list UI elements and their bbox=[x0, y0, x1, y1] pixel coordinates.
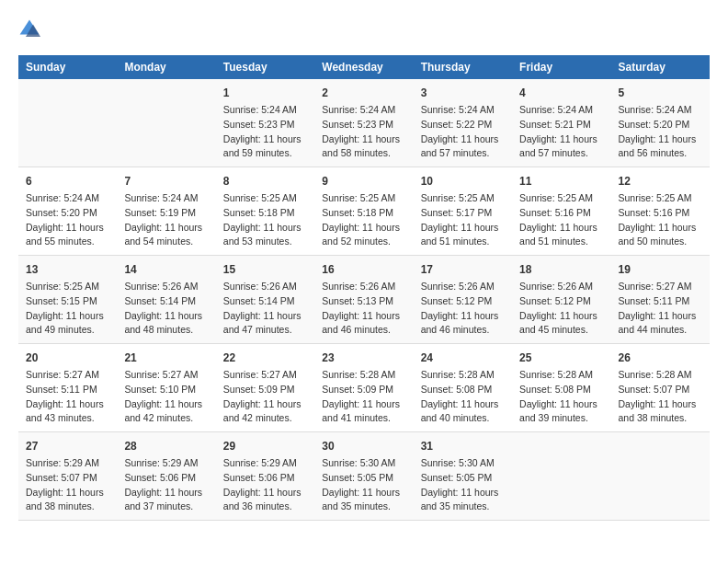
calendar-cell: 1Sunrise: 5:24 AMSunset: 5:23 PMDaylight… bbox=[216, 79, 314, 167]
calendar-table: SundayMondayTuesdayWednesdayThursdayFrid… bbox=[18, 55, 710, 521]
day-number: 30 bbox=[322, 438, 405, 454]
day-number: 9 bbox=[322, 173, 405, 190]
day-info: Sunrise: 5:24 AMSunset: 5:23 PMDaylight:… bbox=[223, 103, 307, 161]
day-number: 31 bbox=[421, 438, 505, 454]
calendar-cell: 7Sunrise: 5:24 AMSunset: 5:19 PMDaylight… bbox=[117, 167, 215, 256]
column-header-monday: Monday bbox=[117, 55, 215, 79]
day-info: Sunrise: 5:24 AMSunset: 5:23 PMDaylight:… bbox=[322, 103, 405, 161]
day-number: 20 bbox=[26, 350, 109, 366]
day-info: Sunrise: 5:25 AMSunset: 5:16 PMDaylight:… bbox=[619, 191, 702, 249]
calendar-cell: 17Sunrise: 5:26 AMSunset: 5:12 PMDayligh… bbox=[414, 256, 512, 344]
day-info: Sunrise: 5:25 AMSunset: 5:18 PMDaylight:… bbox=[322, 191, 405, 249]
logo-icon bbox=[18, 18, 40, 40]
day-number: 3 bbox=[421, 85, 505, 101]
day-number: 24 bbox=[421, 350, 505, 366]
column-header-saturday: Saturday bbox=[611, 55, 710, 79]
day-info: Sunrise: 5:26 AMSunset: 5:14 PMDaylight:… bbox=[124, 280, 208, 338]
day-number: 2 bbox=[322, 85, 405, 101]
day-number: 18 bbox=[519, 261, 603, 278]
day-number: 17 bbox=[421, 261, 505, 278]
day-info: Sunrise: 5:28 AMSunset: 5:07 PMDaylight:… bbox=[619, 368, 702, 426]
day-number: 10 bbox=[421, 173, 505, 190]
day-info: Sunrise: 5:24 AMSunset: 5:20 PMDaylight:… bbox=[619, 103, 702, 161]
calendar-cell: 31Sunrise: 5:30 AMSunset: 5:05 PMDayligh… bbox=[414, 432, 512, 521]
calendar-cell: 10Sunrise: 5:25 AMSunset: 5:17 PMDayligh… bbox=[414, 167, 512, 256]
day-number: 15 bbox=[223, 261, 307, 278]
day-info: Sunrise: 5:29 AMSunset: 5:07 PMDaylight:… bbox=[26, 456, 109, 514]
day-number: 23 bbox=[322, 350, 405, 366]
calendar-cell: 19Sunrise: 5:27 AMSunset: 5:11 PMDayligh… bbox=[611, 256, 710, 344]
day-info: Sunrise: 5:24 AMSunset: 5:19 PMDaylight:… bbox=[124, 191, 208, 249]
day-number: 8 bbox=[223, 173, 307, 190]
calendar-cell: 20Sunrise: 5:27 AMSunset: 5:11 PMDayligh… bbox=[18, 344, 117, 432]
day-number: 21 bbox=[124, 350, 208, 366]
calendar-cell: 9Sunrise: 5:25 AMSunset: 5:18 PMDaylight… bbox=[314, 167, 413, 256]
calendar-cell: 22Sunrise: 5:27 AMSunset: 5:09 PMDayligh… bbox=[216, 344, 314, 432]
day-info: Sunrise: 5:27 AMSunset: 5:11 PMDaylight:… bbox=[619, 280, 702, 338]
calendar-cell: 14Sunrise: 5:26 AMSunset: 5:14 PMDayligh… bbox=[117, 256, 215, 344]
day-number: 7 bbox=[124, 173, 208, 190]
day-number: 28 bbox=[124, 438, 208, 454]
calendar-cell: 18Sunrise: 5:26 AMSunset: 5:12 PMDayligh… bbox=[512, 256, 610, 344]
day-number: 25 bbox=[519, 350, 603, 366]
calendar-cell: 27Sunrise: 5:29 AMSunset: 5:07 PMDayligh… bbox=[18, 432, 117, 521]
calendar-cell: 23Sunrise: 5:28 AMSunset: 5:09 PMDayligh… bbox=[314, 344, 413, 432]
calendar-cell: 12Sunrise: 5:25 AMSunset: 5:16 PMDayligh… bbox=[611, 167, 710, 256]
day-info: Sunrise: 5:25 AMSunset: 5:18 PMDaylight:… bbox=[223, 191, 307, 249]
day-info: Sunrise: 5:26 AMSunset: 5:12 PMDaylight:… bbox=[421, 280, 505, 338]
column-header-tuesday: Tuesday bbox=[216, 55, 314, 79]
column-header-thursday: Thursday bbox=[414, 55, 512, 79]
column-header-wednesday: Wednesday bbox=[314, 55, 413, 79]
calendar-cell bbox=[512, 432, 610, 521]
calendar-cell: 21Sunrise: 5:27 AMSunset: 5:10 PMDayligh… bbox=[117, 344, 215, 432]
week-row-1: 1Sunrise: 5:24 AMSunset: 5:23 PMDaylight… bbox=[18, 79, 710, 167]
day-number: 26 bbox=[619, 350, 702, 366]
calendar-cell: 15Sunrise: 5:26 AMSunset: 5:14 PMDayligh… bbox=[216, 256, 314, 344]
day-number: 27 bbox=[26, 438, 109, 454]
day-number: 19 bbox=[619, 261, 702, 278]
day-number: 29 bbox=[223, 438, 307, 454]
day-info: Sunrise: 5:24 AMSunset: 5:21 PMDaylight:… bbox=[519, 103, 603, 161]
day-info: Sunrise: 5:27 AMSunset: 5:10 PMDaylight:… bbox=[124, 368, 208, 426]
calendar-cell: 8Sunrise: 5:25 AMSunset: 5:18 PMDaylight… bbox=[216, 167, 314, 256]
calendar-cell: 13Sunrise: 5:25 AMSunset: 5:15 PMDayligh… bbox=[18, 256, 117, 344]
logo bbox=[18, 18, 42, 40]
calendar-cell: 30Sunrise: 5:30 AMSunset: 5:05 PMDayligh… bbox=[314, 432, 413, 521]
day-info: Sunrise: 5:24 AMSunset: 5:20 PMDaylight:… bbox=[26, 191, 109, 249]
day-info: Sunrise: 5:24 AMSunset: 5:22 PMDaylight:… bbox=[421, 103, 505, 161]
day-number: 22 bbox=[223, 350, 307, 366]
day-info: Sunrise: 5:28 AMSunset: 5:09 PMDaylight:… bbox=[322, 368, 405, 426]
calendar-cell: 28Sunrise: 5:29 AMSunset: 5:06 PMDayligh… bbox=[117, 432, 215, 521]
day-info: Sunrise: 5:29 AMSunset: 5:06 PMDaylight:… bbox=[124, 456, 208, 514]
day-number: 14 bbox=[124, 261, 208, 278]
header-row: SundayMondayTuesdayWednesdayThursdayFrid… bbox=[18, 55, 710, 79]
day-info: Sunrise: 5:30 AMSunset: 5:05 PMDaylight:… bbox=[322, 456, 405, 514]
day-info: Sunrise: 5:25 AMSunset: 5:16 PMDaylight:… bbox=[519, 191, 603, 249]
day-info: Sunrise: 5:25 AMSunset: 5:15 PMDaylight:… bbox=[26, 280, 109, 338]
day-info: Sunrise: 5:29 AMSunset: 5:06 PMDaylight:… bbox=[223, 456, 307, 514]
day-number: 1 bbox=[223, 85, 307, 101]
day-info: Sunrise: 5:30 AMSunset: 5:05 PMDaylight:… bbox=[421, 456, 505, 514]
week-row-3: 13Sunrise: 5:25 AMSunset: 5:15 PMDayligh… bbox=[18, 256, 710, 344]
day-info: Sunrise: 5:27 AMSunset: 5:11 PMDaylight:… bbox=[26, 368, 109, 426]
calendar-cell: 2Sunrise: 5:24 AMSunset: 5:23 PMDaylight… bbox=[314, 79, 413, 167]
calendar-cell bbox=[18, 79, 117, 167]
day-number: 13 bbox=[26, 261, 109, 278]
day-number: 12 bbox=[619, 173, 702, 190]
day-info: Sunrise: 5:26 AMSunset: 5:13 PMDaylight:… bbox=[322, 280, 405, 338]
page-header bbox=[18, 18, 710, 40]
calendar-cell: 4Sunrise: 5:24 AMSunset: 5:21 PMDaylight… bbox=[512, 79, 610, 167]
calendar-cell: 25Sunrise: 5:28 AMSunset: 5:08 PMDayligh… bbox=[512, 344, 610, 432]
week-row-2: 6Sunrise: 5:24 AMSunset: 5:20 PMDaylight… bbox=[18, 167, 710, 256]
week-row-4: 20Sunrise: 5:27 AMSunset: 5:11 PMDayligh… bbox=[18, 344, 710, 432]
day-number: 6 bbox=[26, 173, 109, 190]
calendar-cell: 16Sunrise: 5:26 AMSunset: 5:13 PMDayligh… bbox=[314, 256, 413, 344]
calendar-cell: 24Sunrise: 5:28 AMSunset: 5:08 PMDayligh… bbox=[414, 344, 512, 432]
calendar-cell: 5Sunrise: 5:24 AMSunset: 5:20 PMDaylight… bbox=[611, 79, 710, 167]
day-number: 4 bbox=[519, 85, 603, 101]
calendar-cell: 29Sunrise: 5:29 AMSunset: 5:06 PMDayligh… bbox=[216, 432, 314, 521]
calendar-cell bbox=[611, 432, 710, 521]
day-info: Sunrise: 5:28 AMSunset: 5:08 PMDaylight:… bbox=[421, 368, 505, 426]
calendar-cell: 26Sunrise: 5:28 AMSunset: 5:07 PMDayligh… bbox=[611, 344, 710, 432]
day-number: 16 bbox=[322, 261, 405, 278]
